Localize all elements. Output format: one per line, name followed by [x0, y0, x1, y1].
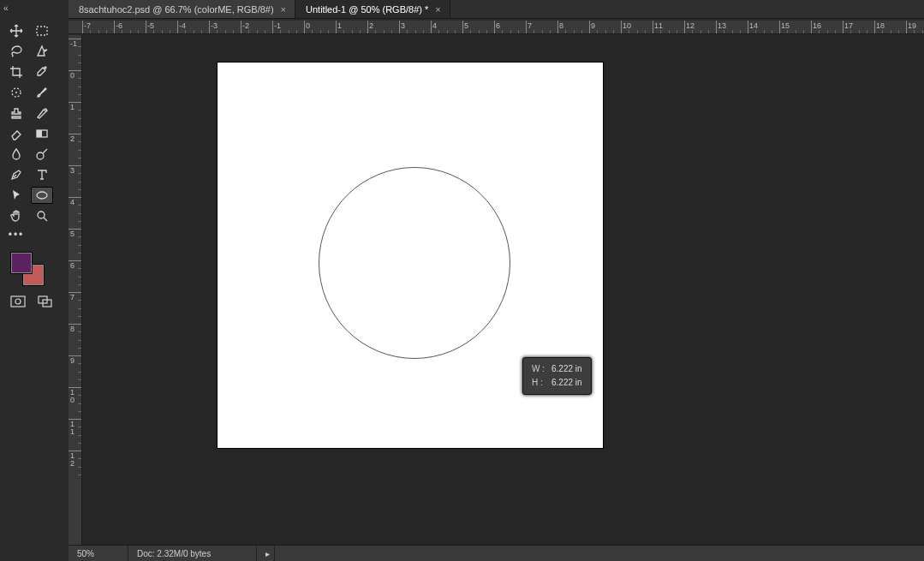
ruler-label: 19: [908, 21, 916, 30]
ruler-label: -2: [242, 21, 249, 30]
ruler-label: 2: [70, 135, 75, 143]
zoom-tool[interactable]: [31, 207, 53, 224]
canvas-viewport[interactable]: W :6.222 inH :6.222 in: [82, 34, 924, 545]
tab-label: Untitled-1 @ 50% (RGB/8#) *: [306, 4, 428, 15]
svg-point-9: [15, 299, 21, 304]
ruler-label: 8: [559, 21, 563, 30]
drawn-ellipse[interactable]: [319, 167, 510, 359]
tab-label: 8sachtuhoc2.psd @ 66.7% (colorME, RGB/8#…: [79, 4, 274, 15]
zoom-level[interactable]: 50%: [69, 546, 128, 561]
ruler-label: 4: [432, 21, 437, 30]
measure-value: 6.222 in: [551, 377, 582, 389]
ruler-label: 7: [70, 294, 75, 301]
ellipse-tool[interactable]: [31, 187, 53, 204]
screen-mode-icon[interactable]: [36, 295, 55, 308]
status-bar: 50% Doc: 2.32M/0 bytes ▸: [69, 545, 924, 561]
ruler-label: 9: [591, 21, 595, 30]
tools-panel: •••: [5, 22, 57, 308]
ruler-label: 6: [496, 21, 500, 30]
ruler-label: 5: [464, 21, 468, 30]
dodge-tool[interactable]: [31, 146, 53, 163]
ruler-label: 1 2: [70, 452, 75, 468]
measure-key: W :: [532, 363, 550, 375]
ruler-label: 17: [844, 21, 853, 30]
ruler-label: 13: [718, 21, 726, 30]
svg-point-2: [15, 92, 17, 93]
ruler-label: 7: [528, 21, 532, 30]
color-swatches[interactable]: [10, 252, 45, 286]
ruler-label: 11: [654, 21, 663, 30]
measure-key: H :: [532, 377, 550, 389]
gradient-tool[interactable]: [31, 125, 53, 142]
horizontal-ruler[interactable]: -7-6-5-4-3-2-101234567891011121314151617…: [69, 21, 924, 34]
rect-marquee-tool[interactable]: [31, 22, 53, 39]
ruler-label: 16: [813, 21, 821, 30]
svg-point-6: [37, 192, 47, 199]
ruler-label: 0: [306, 21, 310, 30]
ruler-label: 5: [70, 230, 75, 238]
document-tab[interactable]: 8sachtuhoc2.psd @ 66.7% (colorME, RGB/8#…: [69, 0, 295, 18]
ruler-label: 4: [70, 199, 75, 206]
ruler-label: 1: [337, 21, 342, 30]
close-icon[interactable]: ×: [435, 4, 440, 15]
ruler-label: 0: [70, 72, 75, 80]
ruler-label: 3: [70, 167, 75, 175]
blur-tool[interactable]: [5, 146, 27, 163]
ruler-label: -5: [147, 21, 154, 30]
ruler-label: 15: [781, 21, 790, 30]
doc-size[interactable]: Doc: 2.32M/0 bytes: [128, 546, 257, 561]
foreground-color-swatch[interactable]: [10, 252, 33, 274]
ruler-label: 12: [686, 21, 694, 30]
ruler-label: -4: [179, 21, 186, 30]
history-brush-tool[interactable]: [31, 104, 53, 122]
more-tools-icon[interactable]: •••: [5, 228, 27, 242]
hand-tool[interactable]: [5, 207, 27, 224]
svg-rect-8: [11, 296, 25, 307]
eyedropper-tool[interactable]: [31, 63, 53, 81]
type-tool[interactable]: [31, 166, 53, 183]
quick-select-tool[interactable]: [31, 43, 53, 60]
ruler-label: 6: [70, 262, 75, 270]
status-menu-arrow[interactable]: ▸: [257, 546, 275, 561]
panel-collapse-icon[interactable]: «: [3, 3, 9, 13]
crop-tool[interactable]: [5, 63, 27, 81]
ruler-label: 10: [623, 21, 631, 30]
move-tool[interactable]: [5, 22, 27, 39]
svg-rect-4: [37, 130, 42, 137]
transform-size-tooltip: W :6.222 inH :6.222 in: [522, 357, 592, 395]
ruler-label: -6: [116, 21, 122, 30]
ruler-label: 8: [70, 325, 75, 333]
measure-value: 6.222 in: [551, 363, 582, 375]
ruler-label: 1: [70, 104, 75, 111]
ruler-label: -3: [211, 21, 218, 30]
spot-heal-tool[interactable]: [5, 84, 27, 101]
ruler-label: 1 1: [70, 421, 75, 436]
close-icon[interactable]: ×: [281, 4, 286, 15]
document-tab[interactable]: Untitled-1 @ 50% (RGB/8#) *×: [295, 0, 450, 18]
ruler-label: 2: [369, 21, 373, 30]
ruler-label: -1: [274, 21, 281, 30]
ruler-label: -1: [70, 40, 77, 48]
eraser-tool[interactable]: [5, 125, 27, 142]
ruler-label: 3: [401, 21, 405, 30]
ruler-label: 1 0: [70, 389, 75, 404]
document-tabbar: 8sachtuhoc2.psd @ 66.7% (colorME, RGB/8#…: [69, 0, 924, 19]
path-select-tool[interactable]: [5, 187, 27, 204]
pen-tool[interactable]: [5, 166, 27, 183]
brush-tool[interactable]: [31, 84, 53, 101]
ruler-label: 9: [70, 357, 75, 365]
svg-rect-0: [37, 27, 47, 35]
ruler-label: -7: [84, 21, 91, 30]
lasso-tool[interactable]: [5, 43, 27, 60]
vertical-ruler[interactable]: -101234567891 01 11 2: [69, 35, 82, 545]
svg-point-7: [38, 212, 45, 218]
ruler-label: 14: [749, 21, 758, 30]
svg-point-5: [37, 152, 44, 159]
stamp-tool[interactable]: [5, 104, 27, 122]
ruler-label: 18: [876, 21, 885, 30]
quick-mask-icon[interactable]: [9, 295, 27, 308]
